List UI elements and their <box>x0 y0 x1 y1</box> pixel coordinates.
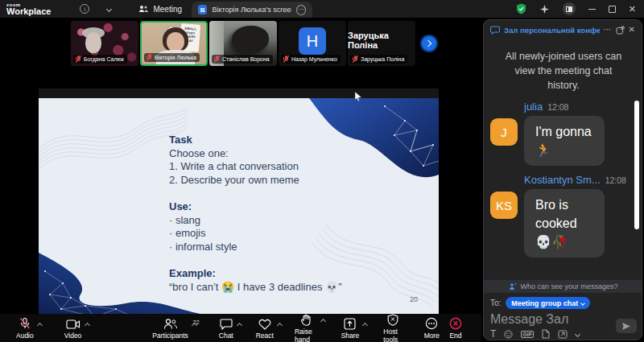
screenshot-icon[interactable] <box>558 330 568 339</box>
muted-mic-icon <box>76 56 81 63</box>
chat-history-notice: All newly-joined users can view the meet… <box>503 49 624 93</box>
react-button[interactable]: React <box>251 317 279 340</box>
slide-line: · slang <box>169 214 342 228</box>
audio-options-chevron[interactable] <box>37 322 43 328</box>
muted-mic-icon <box>147 54 152 61</box>
emoji-icon[interactable] <box>504 330 513 339</box>
ai-companion-icon[interactable] <box>539 4 550 14</box>
video-tile-stanislav[interactable]: Станіслав Ворона <box>209 21 277 66</box>
format-text-icon[interactable]: T <box>490 329 496 339</box>
minimize-button[interactable] <box>588 9 596 10</box>
heart-icon <box>258 317 271 330</box>
layout-icon[interactable] <box>563 2 576 15</box>
more-button[interactable]: More <box>419 317 444 340</box>
security-shield-icon[interactable] <box>516 3 526 14</box>
video-tile-polina[interactable]: Заруцька Поліна Заруцька Поліна <box>348 21 415 66</box>
shared-screen-tab-label: Вікторія Люлька's screen <box>212 6 291 14</box>
avatar[interactable]: J <box>490 118 518 146</box>
chat-compose-area: To: Meeting group chat T GIF <box>484 293 642 340</box>
muted-mic-icon <box>214 56 220 63</box>
raised-hand-icon <box>300 313 312 326</box>
screen-share-stage: Task Choose one: 1. Write a chat convers… <box>0 68 481 314</box>
pop-out-icon[interactable] <box>616 26 625 35</box>
gif-icon[interactable]: GIF <box>521 331 534 338</box>
chat-scrollbar[interactable] <box>634 101 639 229</box>
share-options-chevron[interactable] <box>362 322 368 328</box>
close-button[interactable]: ✕ <box>629 5 636 14</box>
chat-options-chevron[interactable] <box>237 322 242 328</box>
person-icon: ? <box>509 282 517 290</box>
chat-bubble-icon <box>490 26 500 35</box>
participant-name-label: Богдана Салюк <box>73 55 127 64</box>
presentation-slide: Task Choose one: 1. Write a chat convers… <box>39 98 439 319</box>
tab-shared-screen[interactable]: В Вікторія Люлька's screen ⋯ <box>192 2 312 18</box>
muted-mic-icon <box>283 56 289 63</box>
slide-heading-task: Task <box>169 134 342 147</box>
participant-name-label: Вікторія Люлька <box>144 53 200 62</box>
chevron-down-icon[interactable] <box>575 331 580 336</box>
avatar: Н <box>299 27 326 55</box>
more-ellipsis-icon <box>425 317 438 330</box>
video-tile-viktoriia-active-speaker[interactable]: SMALL steps EVERY DAY Вікторія Люлька <box>140 21 208 66</box>
video-tile-bohdana[interactable]: Богдана Салюк <box>71 21 138 66</box>
meeting-tab-label: Meeting <box>153 5 182 14</box>
message-sender[interactable]: Kostiantyn Sm... <box>524 174 601 186</box>
video-options-chevron[interactable] <box>85 322 90 328</box>
message-bubble[interactable]: I'm gonna 🏃 <box>524 116 605 166</box>
react-options-chevron[interactable] <box>277 322 283 328</box>
raise-hand-options-chevron[interactable] <box>320 318 326 323</box>
chevron-right-icon <box>425 40 431 47</box>
slide-line: 2. Describe your own meme <box>169 174 342 187</box>
host-tools-button[interactable]: Host tools <box>378 313 407 342</box>
screen-share-badge: В <box>198 5 207 14</box>
video-button[interactable]: Video <box>60 317 87 340</box>
chat-panel-title: Зал персональной конференции ... <box>504 26 600 35</box>
raise-hand-button[interactable]: Raise hand <box>290 313 322 342</box>
close-chat-icon[interactable]: ✕ <box>629 26 635 34</box>
participant-name-label: Назар Мульченко <box>281 55 341 64</box>
privacy-note-text: Who can see your messages? <box>520 282 617 290</box>
slide-line: “bro I can’t 😭 I have 3 deadlines 💀” <box>169 281 342 295</box>
message-bubble[interactable]: Bro is cooked 💀🥀 <box>524 189 605 258</box>
recipient-selector[interactable]: Meeting group chat <box>506 297 590 309</box>
slide-line: 1. Write a chat conversation <box>169 160 342 174</box>
to-label: To: <box>490 299 501 307</box>
chat-more-icon[interactable]: ⋯ <box>604 26 612 34</box>
svg-text:?: ? <box>514 282 517 287</box>
send-button[interactable] <box>616 319 637 333</box>
slide-heading-example: Example: <box>169 267 342 281</box>
avatar[interactable]: KS <box>490 192 518 219</box>
chat-button[interactable]: Chat <box>214 317 238 340</box>
host-tools-shield-icon <box>387 313 398 326</box>
next-participants-page-button[interactable] <box>420 35 438 52</box>
message-time: 12:08 <box>605 175 626 185</box>
send-plane-icon <box>621 322 631 331</box>
chat-message-list[interactable]: All newly-joined users can view the meet… <box>484 39 642 278</box>
slide-text-block: Task Choose one: 1. Write a chat convers… <box>169 134 342 294</box>
share-screen-icon <box>344 317 356 330</box>
share-button[interactable]: Share <box>336 317 365 340</box>
titlebar: zoom Workplace i Meeting В Вікторія Люль… <box>0 0 644 18</box>
end-call-icon <box>449 317 462 330</box>
tab-options-icon[interactable]: ⋯ <box>296 5 307 15</box>
video-tile-nazar[interactable]: Н Назар Мульченко <box>279 21 346 66</box>
chat-panel: Зал персональной конференции ... ⋯ ✕ All… <box>483 19 642 340</box>
shared-app-bar <box>39 89 439 98</box>
tab-meeting[interactable]: Meeting <box>138 5 182 14</box>
message-sender[interactable]: julia <box>524 101 543 113</box>
message-time: 12:08 <box>547 102 568 112</box>
file-icon[interactable] <box>542 329 550 339</box>
message-input[interactable] <box>490 312 611 327</box>
participants-icon <box>138 5 148 13</box>
slide-line: · informal style <box>169 241 342 254</box>
privacy-note-bar[interactable]: ? Who can see your messages? <box>484 280 642 293</box>
restore-button[interactable] <box>609 6 616 13</box>
window-controls: ✕ <box>516 0 636 18</box>
end-button[interactable]: End <box>444 317 467 340</box>
participants-button[interactable]: 22 Participants <box>147 317 192 340</box>
audio-button[interactable]: Audio <box>11 317 39 340</box>
chevron-down-icon[interactable] <box>106 6 112 11</box>
info-icon[interactable]: i <box>80 4 89 14</box>
slide-line: Choose one: <box>169 147 342 161</box>
chat-bubble-icon <box>220 317 233 330</box>
